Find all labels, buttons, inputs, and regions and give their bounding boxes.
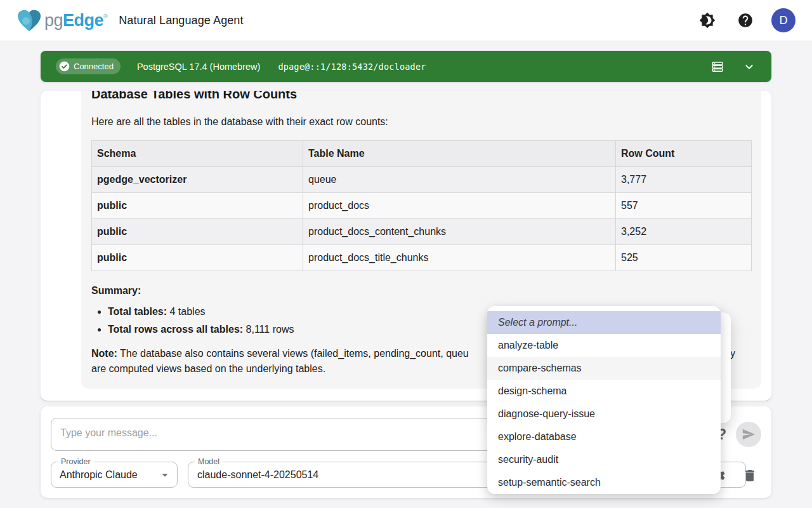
pgedge-heart-icon	[15, 8, 43, 33]
list-icon	[710, 60, 724, 74]
collapse-connection-bar-button[interactable]	[738, 56, 760, 77]
clear-conversation-button[interactable]	[742, 467, 760, 485]
cell-schema: public	[92, 219, 303, 245]
avatar-initial: D	[780, 14, 788, 27]
check-circle-icon	[59, 61, 70, 72]
pgedge-logo: pgEdge®	[15, 8, 107, 33]
message-heading: Database Tables with Row Counts	[91, 91, 751, 102]
trash-icon	[742, 468, 757, 483]
cell-row-count: 557	[616, 193, 752, 219]
cell-table-name: product_docs	[303, 193, 616, 219]
cell-schema: public	[92, 245, 303, 271]
bullet-value: 4 tables	[167, 306, 205, 317]
prompt-menu-item-setup-semantic-search[interactable]: setup-semantic-search	[487, 471, 721, 494]
note-line2: are computed views based on the underlyi…	[91, 361, 325, 377]
cell-row-count: 525	[616, 245, 752, 271]
prompt-menu-item-compare-schemas[interactable]: compare-schemas	[487, 357, 721, 380]
note-line1: Note: The database also contains several…	[91, 346, 469, 361]
bullet-value: 8,111 rows	[243, 324, 294, 335]
column-header-table-name: Table Name	[303, 141, 616, 167]
provider-label: Provider	[58, 457, 94, 466]
logo-pg-text: pg	[44, 11, 63, 30]
note-prefix: Note:	[91, 348, 117, 359]
cell-table-name: product_docs_title_chunks	[303, 245, 616, 271]
message-intro-text: Here are all the tables in the database …	[91, 114, 751, 130]
column-header-schema: Schema	[92, 141, 303, 167]
cell-schema: public	[92, 193, 303, 219]
help-button[interactable]	[733, 8, 757, 32]
prompt-menu-item-explore-database[interactable]: explore-database	[487, 425, 721, 448]
prompt-select-menu: Select a prompt... analyze-table compare…	[487, 306, 721, 494]
connection-list-button[interactable]	[707, 56, 728, 77]
cell-table-name: queue	[303, 167, 616, 193]
cell-row-count: 3,777	[616, 167, 752, 193]
prompt-menu-item-diagnose-query-issue[interactable]: diagnose-query-issue	[487, 403, 721, 425]
dropdown-arrow-icon	[158, 468, 172, 482]
row-counts-table: Schema Table Name Row Count pgedge_vecto…	[91, 140, 752, 271]
table-row: pgedge_vectorizer queue 3,777	[92, 167, 752, 193]
logo-edge-text: Edge	[63, 11, 103, 30]
server-version-text: PostgreSQL 17.4 (Homebrew)	[137, 62, 261, 72]
send-icon	[742, 427, 756, 441]
table-row: public product_docs_title_chunks 525	[92, 245, 752, 271]
table-header-row: Schema Table Name Row Count	[92, 141, 752, 167]
bullet-label: Total tables:	[108, 306, 167, 317]
connection-status-text: Connected	[74, 62, 114, 71]
connection-status-badge: Connected	[56, 58, 121, 74]
table-row: public product_docs 557	[92, 193, 752, 219]
pgedge-wordmark: pgEdge®	[44, 11, 107, 30]
logo-registered-mark: ®	[103, 13, 107, 20]
cell-schema: pgedge_vectorizer	[92, 167, 303, 193]
user-avatar[interactable]: D	[771, 8, 796, 32]
provider-select[interactable]: Provider Anthropic Claude	[51, 462, 178, 488]
theme-toggle-button[interactable]	[695, 8, 719, 32]
prompt-menu-item-analyze-table[interactable]: analyze-table	[487, 334, 721, 357]
app-bar: pgEdge® Natural Language Agent D	[0, 0, 812, 41]
chevron-down-icon	[742, 60, 756, 74]
send-button[interactable]	[736, 422, 761, 447]
connection-string-text: dpage@::1/128:5432/docloader	[278, 62, 426, 72]
cell-row-count: 3,252	[616, 219, 752, 245]
connection-bar: Connected PostgreSQL 17.4 (Homebrew) dpa…	[41, 51, 771, 82]
provider-value: Anthropic Claude	[60, 469, 138, 481]
page-title: Natural Language Agent	[119, 14, 243, 27]
prompt-menu-item-design-schema[interactable]: design-schema	[487, 380, 721, 403]
prompt-menu-placeholder[interactable]: Select a prompt...	[487, 311, 721, 334]
column-header-row-count: Row Count	[616, 141, 752, 167]
bullet-label: Total rows across all tables:	[108, 324, 243, 335]
summary-heading: Summary:	[91, 284, 751, 298]
help-circle-icon	[737, 12, 754, 29]
cell-table-name: product_docs_content_chunks	[303, 219, 616, 245]
table-row: public product_docs_content_chunks 3,252	[92, 219, 752, 245]
model-label: Model	[195, 457, 223, 466]
prompt-menu-item-security-audit[interactable]: security-audit	[487, 448, 721, 471]
brightness-toggle-icon	[699, 12, 716, 29]
